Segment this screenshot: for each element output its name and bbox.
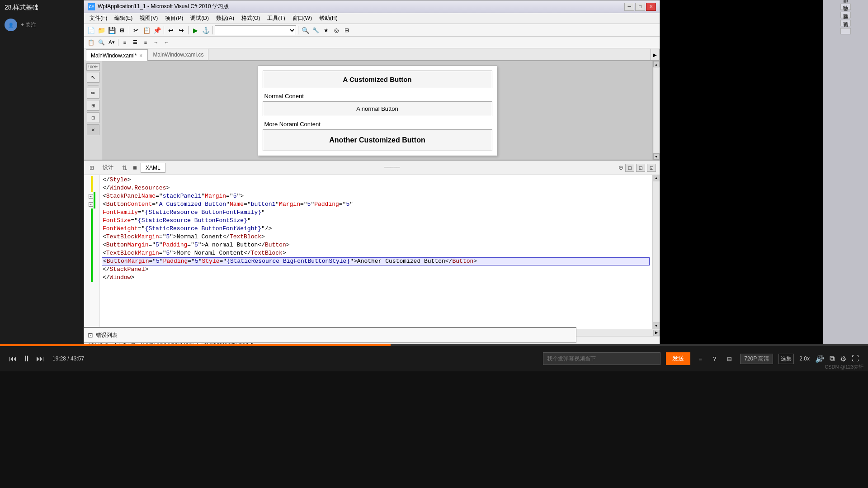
wpf-customized-button[interactable]: A Customized Button: [263, 71, 492, 88]
toolbar-new[interactable]: 📄: [86, 25, 96, 35]
speed-label[interactable]: 2.0x: [799, 355, 810, 362]
xaml-view-btn-1[interactable]: ◰: [625, 164, 634, 172]
toolbar2-outdent[interactable]: ←: [161, 38, 171, 47]
send-danmaku-button[interactable]: 发送: [666, 352, 690, 365]
toolbar2-btn3[interactable]: A▾: [107, 38, 117, 47]
design-tool-3[interactable]: ⊡: [87, 112, 99, 123]
toolbar-save-all[interactable]: ⊞: [117, 25, 127, 35]
help-ctrl-icon[interactable]: ?: [710, 354, 719, 364]
scroll-down-btn[interactable]: ▼: [653, 153, 660, 160]
maximize-button[interactable]: □: [635, 3, 645, 11]
toolbar-undo[interactable]: ↩: [166, 25, 176, 35]
design-tool-2[interactable]: ⊞: [87, 100, 99, 111]
next-button[interactable]: ⏭: [36, 354, 44, 364]
toolbar-open[interactable]: 📁: [96, 25, 106, 35]
wpf-normal-button[interactable]: A normal Button: [263, 101, 492, 116]
toolbar2-align-left[interactable]: ≡: [120, 38, 130, 47]
code-scroll-down[interactable]: ▼: [653, 322, 660, 329]
scroll-up-btn[interactable]: ▲: [653, 61, 660, 67]
toolbar-paste[interactable]: 📌: [152, 25, 162, 35]
right-panel: 调试 看代码 书签管理 错误信息: [823, 0, 868, 348]
expand-icon[interactable]: ⊕: [618, 164, 623, 171]
wpf-another-customized-button[interactable]: Another Customized Button: [263, 129, 492, 151]
xaml-view-btn-3[interactable]: ◲: [647, 164, 656, 172]
tab-mainwindow-cs[interactable]: MainWindow.xaml.cs: [148, 49, 208, 61]
toolbar2-btn1[interactable]: 📋: [86, 38, 96, 47]
tab-mainwindow-xaml[interactable]: MainWindow.xaml* ✕: [86, 49, 148, 61]
minimize-button[interactable]: ─: [624, 3, 634, 11]
toolbar-save[interactable]: 💾: [107, 25, 117, 35]
right-panel-icon-2[interactable]: 看代码: [840, 12, 851, 18]
menu-edit[interactable]: 编辑(E): [111, 14, 136, 23]
xaml-tab-btn[interactable]: XAML: [141, 163, 165, 173]
credit-text: CSDN @123梦轩: [825, 364, 863, 370]
aspect-icon[interactable]: ⊟: [724, 354, 735, 364]
toolbar-extra-4[interactable]: ◎: [331, 25, 341, 35]
toolbar2-indent[interactable]: →: [151, 38, 161, 47]
code-line-13: </Window>: [103, 274, 650, 282]
code-line-5: FontFamily="{StaticResource ButtonFontFa…: [103, 208, 650, 217]
menu-tools[interactable]: 工具(T): [264, 14, 288, 23]
right-panel-icon-3[interactable]: 书签管理: [840, 20, 851, 26]
menu-debug[interactable]: 调试(D): [187, 14, 212, 23]
toolbar-extra-5[interactable]: ⊟: [342, 25, 352, 35]
swap-icon[interactable]: ⇅: [120, 163, 129, 172]
code-line-11-highlighted[interactable]: <Button Margin="5" Padding="5" Style="{S…: [102, 257, 650, 265]
design-tool-4[interactable]: ✕: [87, 124, 99, 135]
resolution-button[interactable]: 720P 高清: [740, 354, 773, 364]
toolbar-extra-1[interactable]: 🔍: [300, 25, 310, 35]
menu-window[interactable]: 窗口(W): [289, 14, 316, 23]
toolbar-copy[interactable]: 📋: [142, 25, 151, 35]
prev-button[interactable]: ⏮: [9, 354, 17, 364]
select-label[interactable]: 选集: [778, 354, 794, 364]
code-right-scrollbar[interactable]: ▲ ▼: [652, 175, 660, 329]
tab-close-icon[interactable]: ✕: [139, 53, 143, 58]
danmaku-input[interactable]: [543, 352, 660, 365]
time-display: 19:28 / 43:57: [52, 355, 84, 362]
design-right-scrollbar[interactable]: ▲ ▼: [652, 61, 660, 160]
design-tool-pencil[interactable]: ✏: [87, 88, 99, 99]
toolbar-cut[interactable]: ✂: [131, 25, 141, 35]
menu-format[interactable]: 格式(O): [238, 14, 264, 23]
toolbar-target-dropdown[interactable]: [215, 25, 296, 35]
design-tab-btn[interactable]: 设计: [98, 162, 118, 173]
xaml-view-btn-2[interactable]: ◱: [636, 164, 645, 172]
play-pause-button[interactable]: ⏸: [23, 354, 31, 364]
menu-help[interactable]: 帮助(H): [316, 14, 341, 23]
progress-bar-container[interactable]: [0, 344, 868, 346]
toolbar2-align-right[interactable]: ≡: [141, 38, 151, 47]
collapse-marker-2[interactable]: −: [89, 202, 93, 207]
menu-data[interactable]: 数据(A): [212, 14, 238, 23]
tab-scroll-right[interactable]: ▶: [651, 49, 660, 61]
toolbar-extra-2[interactable]: 🔧: [311, 25, 321, 35]
code-content[interactable]: </Style> </Window.Resources> <StackPanel…: [100, 175, 652, 329]
bullet-icon[interactable]: ≡: [696, 354, 705, 364]
design-pointer-tool[interactable]: ↖: [87, 72, 99, 83]
right-panel-icon-1[interactable]: 调试: [840, 4, 851, 10]
menu-view[interactable]: 视图(V): [136, 14, 161, 23]
menu-project[interactable]: 项目(P): [161, 14, 187, 23]
center-divider: ═════: [384, 165, 400, 170]
right-panel-icon-4[interactable]: 错误信息: [840, 28, 851, 34]
menu-file[interactable]: 文件(F): [86, 14, 111, 23]
code-scroll-up[interactable]: ▲: [653, 175, 660, 181]
collapse-marker-1[interactable]: −: [89, 194, 93, 199]
pip-button[interactable]: ⧉: [830, 355, 835, 363]
hscroll-right[interactable]: ▶: [653, 330, 660, 336]
toolbar-redo[interactable]: ↪: [176, 25, 186, 35]
code-line-7: FontWeight="{StaticResource ButtonFontWe…: [103, 225, 650, 233]
toolbar-extra-3[interactable]: ★: [321, 25, 331, 35]
close-button[interactable]: ✕: [646, 3, 656, 11]
toolbar2-align-center[interactable]: ☰: [130, 38, 140, 47]
code-line-10: <TextBlock Margin="5">More Noraml Conten…: [103, 249, 650, 257]
settings-button[interactable]: ⚙: [840, 355, 846, 363]
toolbar-run[interactable]: ▶: [190, 25, 200, 35]
toolbar2-btn2[interactable]: 🔍: [96, 38, 106, 47]
volume-button[interactable]: 🔊: [815, 355, 824, 363]
follow-button[interactable]: + 关注: [21, 21, 36, 29]
design-view-icon[interactable]: ⊞: [88, 164, 96, 172]
fullscreen-button[interactable]: ⛶: [852, 355, 859, 363]
toolbar-attach[interactable]: ⚓: [201, 25, 211, 35]
code-line-8: <TextBlock Margin="5">Normal Conent</Tex…: [103, 233, 650, 241]
code-line-6: FontSize="{StaticResource ButtonFontSize…: [103, 217, 650, 225]
